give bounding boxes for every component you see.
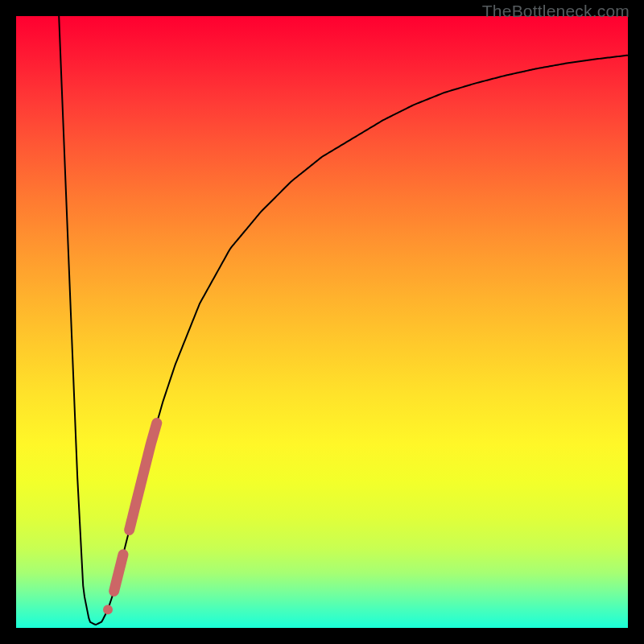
highlight-segment-a — [130, 423, 157, 530]
highlight-segments — [103, 423, 157, 614]
watermark-text: TheBottleneck.com — [482, 2, 630, 21]
curve-line — [59, 16, 628, 625]
bottleneck-curve — [59, 16, 628, 625]
highlight-segment-b — [114, 555, 123, 592]
plot-area — [16, 16, 628, 628]
bottleneck-curve-svg — [16, 16, 628, 628]
chart-frame: TheBottleneck.com — [0, 0, 644, 644]
highlight-dot-c — [103, 605, 113, 614]
